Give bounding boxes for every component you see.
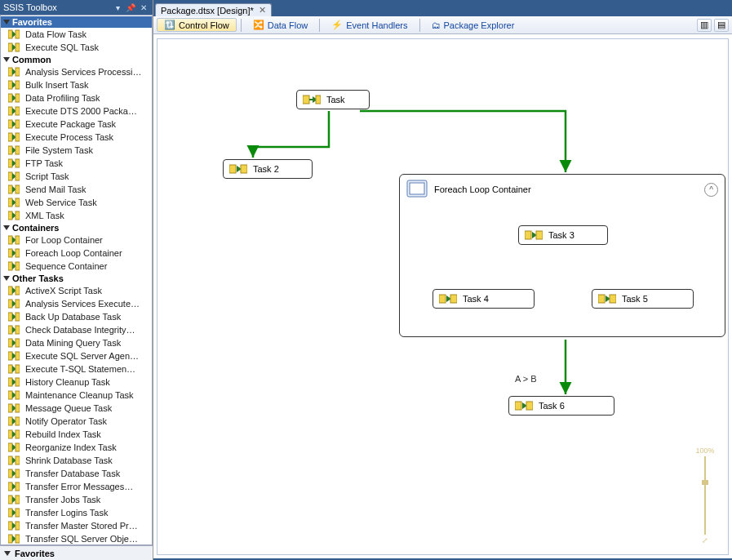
toolbox-item[interactable]: Analysis Services Execute…	[1, 297, 152, 310]
document-tab[interactable]: Package.dtsx [Design]* ✕	[155, 3, 272, 16]
toolbox-item[interactable]: Back Up Database Task	[1, 310, 152, 323]
node-label: Task 4	[463, 294, 489, 304]
ssis-toolbox-panel: SSIS Toolbox ▾ 📌 ✕ FavoritesData Flow Ta…	[0, 0, 153, 560]
toolbox-item[interactable]: Execute DTS 2000 Packa…	[1, 104, 152, 118]
svg-rect-30	[8, 172, 12, 180]
task-icon	[7, 402, 20, 414]
node-label: Task 5	[622, 294, 648, 304]
node-task3[interactable]: Task 3	[518, 225, 608, 245]
toolbox-item[interactable]: Shrink Database Task	[1, 454, 152, 467]
toolbar-button-b[interactable]: ▤	[714, 19, 729, 32]
toolbox-item[interactable]: Transfer Logins Task	[1, 506, 152, 519]
toolbox-item[interactable]: Maintenance Cleanup Task	[1, 389, 152, 402]
group-header[interactable]: Containers	[1, 222, 152, 233]
toolbox-item-label: Foreach Loop Container	[25, 248, 122, 258]
toolbox-item[interactable]: Rebuild Index Task	[1, 428, 152, 441]
toolbox-item[interactable]: Data Mining Query Task	[1, 336, 152, 349]
tab-control-flow[interactable]: 🔃 Control Flow	[157, 18, 237, 32]
toolbox-item[interactable]: Script Task	[1, 170, 152, 183]
svg-rect-95	[16, 469, 20, 478]
toolbox-item[interactable]: Analysis Services Processi…	[1, 65, 152, 78]
toolbox-item[interactable]: Web Service Task	[1, 196, 152, 209]
toolbox-item[interactable]: ActiveX Script Task	[1, 284, 152, 297]
svg-rect-6	[8, 68, 12, 76]
svg-rect-89	[16, 443, 20, 451]
pin-icon[interactable]: 📌	[125, 2, 136, 13]
task-icon	[438, 292, 458, 305]
svg-rect-35	[16, 185, 20, 193]
node-task5[interactable]: Task 5	[592, 289, 694, 309]
zoom-slider[interactable]: 100% ⤢	[695, 447, 715, 544]
task-icon	[7, 131, 20, 143]
task-icon	[7, 105, 20, 117]
tab-package-explorer[interactable]: 🗂 Package Explorer	[424, 19, 522, 32]
toolbox-item[interactable]: Reorganize Index Task	[1, 441, 152, 454]
node-label: Task 6	[539, 401, 565, 411]
node-task4[interactable]: Task 4	[433, 289, 535, 309]
toolbox-item[interactable]: Transfer Database Task	[1, 467, 152, 480]
zoom-max-label: 100%	[695, 447, 714, 455]
toolbox-title-bar[interactable]: SSIS Toolbox ▾ 📌 ✕	[0, 0, 153, 15]
toolbox-item[interactable]: XML Task	[1, 209, 152, 222]
tab-event-handlers[interactable]: ⚡ Event Handlers	[324, 18, 415, 32]
svg-rect-117	[229, 165, 236, 173]
svg-rect-26	[16, 146, 20, 154]
toolbox-item[interactable]: Execute T-SQL Statemen…	[1, 362, 152, 376]
node-task[interactable]: Task	[296, 90, 370, 109]
fit-icon[interactable]: ⤢	[702, 536, 708, 544]
toolbox-item-label: Execute Process Task	[25, 132, 113, 142]
toolbox-item[interactable]: Notify Operator Task	[1, 415, 152, 428]
svg-rect-45	[8, 249, 12, 257]
svg-rect-32	[16, 172, 20, 180]
toolbox-item[interactable]: Check Database Integrity…	[1, 323, 152, 336]
design-canvas[interactable]: Task Task 2 Foreach Loop Container ^	[157, 38, 729, 555]
toolbox-item[interactable]: Bulk Insert Task	[1, 78, 152, 91]
svg-rect-124	[536, 231, 543, 239]
toolbar-button-a[interactable]: ▥	[697, 19, 712, 32]
toolbox-item[interactable]: Execute SQL Task	[1, 41, 152, 54]
toolbox-footer-favorites[interactable]: Favorites	[0, 545, 153, 560]
svg-rect-29	[16, 159, 20, 167]
toolbox-item[interactable]: History Cleanup Task	[1, 376, 152, 389]
toolbox-item[interactable]: Send Mail Task	[1, 183, 152, 196]
toolbox-tree[interactable]: FavoritesData Flow TaskExecute SQL TaskC…	[0, 15, 153, 545]
toolbox-item[interactable]: For Loop Container	[1, 233, 152, 247]
canvas-wrapper: Task Task 2 Foreach Loop Container ^	[153, 34, 732, 560]
svg-rect-92	[16, 456, 20, 464]
dropdown-icon[interactable]: ▾	[112, 2, 123, 13]
group-header[interactable]: Favorites	[1, 16, 152, 28]
toolbox-item[interactable]: Execute Process Task	[1, 131, 152, 144]
toolbox-item[interactable]: Transfer Error Messages…	[1, 480, 152, 493]
toolbox-item[interactable]: Transfer Jobs Task	[1, 493, 152, 506]
zoom-thumb[interactable]	[702, 480, 708, 485]
toolbox-item[interactable]: Message Queue Task	[1, 402, 152, 415]
toolbox-item[interactable]: File System Task	[1, 144, 152, 157]
svg-rect-130	[610, 295, 616, 303]
node-task6[interactable]: Task 6	[508, 396, 614, 416]
node-task2[interactable]: Task 2	[223, 159, 313, 179]
group-header[interactable]: Common	[1, 54, 152, 65]
toolbox-item[interactable]: Execute Package Task	[1, 118, 152, 131]
toolbox-item[interactable]: Sequence Container	[1, 260, 152, 273]
svg-rect-39	[8, 211, 12, 220]
svg-rect-42	[8, 236, 12, 244]
foreach-loop-container[interactable]: Foreach Loop Container ^ Task 3 Task 4	[399, 174, 725, 337]
toolbox-item[interactable]: Foreach Loop Container	[1, 247, 152, 260]
toolbox-item[interactable]: Data Flow Task	[1, 28, 152, 41]
toolbox-item[interactable]: Execute SQL Server Agen…	[1, 349, 152, 362]
tab-data-flow[interactable]: 🔀 Data Flow	[246, 18, 316, 32]
toolbox-item-label: Execute T-SQL Statemen…	[25, 364, 135, 374]
task-icon	[7, 455, 20, 466]
package-explorer-icon: 🗂	[432, 20, 441, 30]
zoom-track[interactable]	[704, 456, 706, 535]
toolbox-item[interactable]: FTP Task	[1, 157, 152, 170]
close-icon[interactable]: ✕	[138, 2, 149, 13]
collapse-toggle-icon[interactable]: ^	[704, 183, 718, 197]
svg-rect-38	[16, 198, 20, 207]
toolbox-item[interactable]: Transfer Master Stored Pr…	[1, 519, 152, 532]
svg-rect-99	[8, 496, 12, 504]
toolbox-item[interactable]: Data Profiling Task	[1, 91, 152, 104]
close-tab-icon[interactable]: ✕	[259, 5, 266, 16]
toolbox-item[interactable]: Transfer SQL Server Obje…	[1, 532, 152, 545]
group-header[interactable]: Other Tasks	[1, 273, 152, 284]
